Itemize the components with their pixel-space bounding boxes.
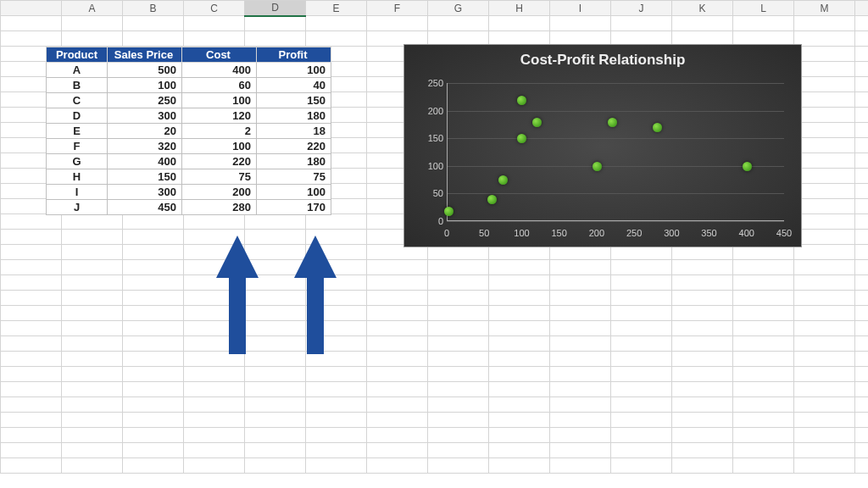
cell[interactable] <box>62 31 123 47</box>
cell[interactable] <box>733 321 794 336</box>
cell[interactable] <box>611 291 672 306</box>
cell[interactable] <box>855 169 869 184</box>
cell-cost[interactable]: 120 <box>182 108 257 124</box>
cell-cost[interactable]: 75 <box>182 169 257 185</box>
cell[interactable] <box>245 397 306 413</box>
cell-product[interactable]: H <box>47 169 108 185</box>
cell-product[interactable]: E <box>47 124 108 139</box>
cell[interactable] <box>306 443 367 458</box>
data-point[interactable] <box>444 207 453 216</box>
cell[interactable] <box>733 336 794 352</box>
cell[interactable] <box>855 458 869 474</box>
cell[interactable] <box>855 428 869 443</box>
cell[interactable] <box>794 291 855 306</box>
cell[interactable] <box>123 443 184 458</box>
cell[interactable] <box>367 352 428 367</box>
cell[interactable] <box>550 443 611 458</box>
cell[interactable] <box>855 92 869 108</box>
cell[interactable] <box>611 382 672 397</box>
cell[interactable] <box>489 275 550 291</box>
cell[interactable] <box>794 367 855 382</box>
col-E[interactable]: E <box>306 1 367 16</box>
cell-cost[interactable]: 280 <box>182 200 257 215</box>
cell[interactable] <box>306 428 367 443</box>
table-row[interactable]: J450280170 <box>47 200 331 215</box>
cell[interactable] <box>794 321 855 336</box>
cell[interactable] <box>62 291 123 306</box>
cell[interactable] <box>672 443 733 458</box>
cell[interactable] <box>489 352 550 367</box>
cell[interactable] <box>855 382 869 397</box>
cell[interactable] <box>489 413 550 428</box>
cell-profit[interactable]: 40 <box>257 78 331 93</box>
cell[interactable] <box>123 306 184 321</box>
cell[interactable] <box>123 382 184 397</box>
cell[interactable] <box>794 245 855 260</box>
cell[interactable] <box>62 397 123 413</box>
cell[interactable] <box>123 214 184 230</box>
cell[interactable] <box>855 214 869 230</box>
cell[interactable] <box>184 367 245 382</box>
cell[interactable] <box>794 31 855 47</box>
cell[interactable] <box>611 16 672 31</box>
cell-profit[interactable]: 100 <box>257 63 331 78</box>
cell[interactable] <box>794 138 855 153</box>
cell[interactable] <box>855 245 869 260</box>
cell[interactable] <box>367 306 428 321</box>
cell-product[interactable]: B <box>47 78 108 93</box>
cell[interactable] <box>550 397 611 413</box>
cell-profit[interactable]: 180 <box>257 154 331 169</box>
cell[interactable] <box>855 260 869 275</box>
cell[interactable] <box>489 336 550 352</box>
cell[interactable] <box>855 31 869 47</box>
cell[interactable] <box>306 31 367 47</box>
cell[interactable] <box>62 245 123 260</box>
table-row[interactable]: G400220180 <box>47 154 331 169</box>
cell[interactable] <box>550 16 611 31</box>
cell[interactable] <box>62 382 123 397</box>
cell[interactable] <box>855 306 869 321</box>
header-product[interactable]: Product <box>47 47 108 63</box>
cell-sales[interactable]: 400 <box>108 154 182 169</box>
cell[interactable] <box>489 443 550 458</box>
cell[interactable] <box>245 443 306 458</box>
cell[interactable] <box>855 138 869 153</box>
header-sales[interactable]: Sales Price <box>108 47 182 63</box>
cell-product[interactable]: C <box>47 93 108 108</box>
cell[interactable] <box>62 352 123 367</box>
cell-cost[interactable]: 100 <box>182 139 257 154</box>
cell[interactable] <box>794 77 855 92</box>
cell[interactable] <box>428 306 489 321</box>
cell-sales[interactable]: 320 <box>108 139 182 154</box>
cell[interactable] <box>611 336 672 352</box>
data-point[interactable] <box>653 123 662 132</box>
cell-cost[interactable]: 200 <box>182 185 257 200</box>
cell[interactable] <box>123 31 184 47</box>
cell[interactable] <box>428 443 489 458</box>
data-point[interactable] <box>487 195 497 204</box>
cell[interactable] <box>855 352 869 367</box>
col-M[interactable]: M <box>794 1 855 16</box>
cell-sales[interactable]: 150 <box>108 169 182 185</box>
cell[interactable] <box>550 428 611 443</box>
cell[interactable] <box>62 306 123 321</box>
cell[interactable] <box>855 153 869 169</box>
cell[interactable] <box>672 428 733 443</box>
header-cost[interactable]: Cost <box>182 47 257 63</box>
cell[interactable] <box>123 397 184 413</box>
cell[interactable] <box>184 458 245 474</box>
cell-sales[interactable]: 500 <box>108 63 182 78</box>
cell[interactable] <box>855 123 869 138</box>
cell[interactable] <box>62 230 123 245</box>
col-D[interactable]: D <box>245 1 306 16</box>
cell[interactable] <box>489 397 550 413</box>
cell[interactable] <box>428 291 489 306</box>
cell[interactable] <box>245 413 306 428</box>
cell[interactable] <box>62 428 123 443</box>
cell[interactable] <box>184 31 245 47</box>
table-row[interactable]: D300120180 <box>47 108 331 124</box>
col-I[interactable]: I <box>550 1 611 16</box>
cell[interactable] <box>794 47 855 62</box>
data-point[interactable] <box>532 118 542 127</box>
cell[interactable] <box>611 397 672 413</box>
